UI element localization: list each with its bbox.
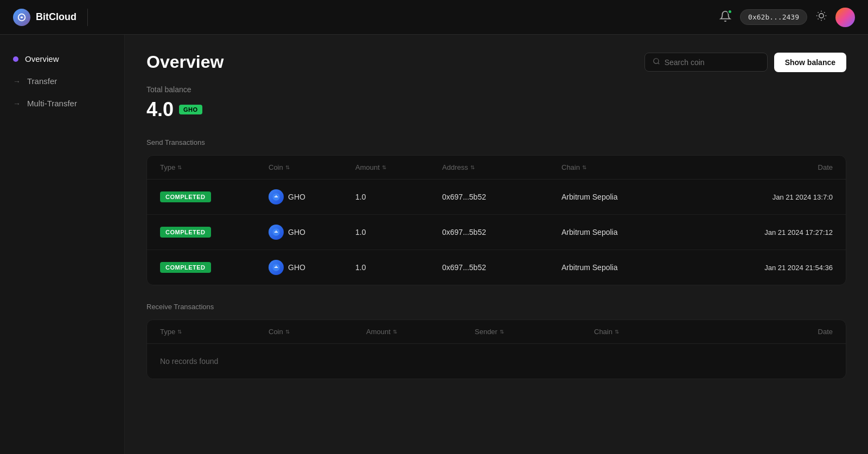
receive-transactions-title: Receive Transactions <box>146 303 846 311</box>
sort-icon: ⇅ <box>500 329 504 335</box>
balance-amount: 4.0 <box>146 98 174 121</box>
row-coin: GHO <box>269 189 355 204</box>
receive-transactions-table: Type ⇅ Coin ⇅ Amount ⇅ Sender ⇅ <box>146 319 846 379</box>
row-address: 0x697...5b52 <box>442 193 561 201</box>
sidebar: Overview → Transfer → Multi-Transfer <box>0 35 125 454</box>
svg-line-9 <box>824 12 825 13</box>
sort-icon: ⇅ <box>615 329 619 335</box>
send-col-date: Date <box>692 163 833 171</box>
main-layout: Overview → Transfer → Multi-Transfer Ove… <box>0 35 868 454</box>
page-title: Overview <box>146 52 224 72</box>
svg-line-4 <box>818 12 819 13</box>
row-coin: GHO <box>269 225 355 240</box>
balance-section: Total balance 4.0 GHO <box>146 85 846 121</box>
sidebar-item-multi-transfer-label: Multi-Transfer <box>27 99 77 108</box>
row-chain: Arbitrum Sepolia <box>561 228 692 236</box>
gho-badge: GHO <box>179 105 202 114</box>
row-address: 0x697...5b52 <box>442 263 561 272</box>
svg-line-11 <box>658 63 659 65</box>
row-amount: 1.0 <box>355 228 442 236</box>
logo: BitCloud <box>13 9 76 26</box>
content-header: Overview Show balance <box>146 52 846 72</box>
show-balance-button[interactable]: Show balance <box>774 53 846 72</box>
send-col-amount[interactable]: Amount ⇅ <box>355 163 442 171</box>
search-coin-box[interactable] <box>644 53 768 72</box>
receive-col-date: Date <box>713 328 833 336</box>
receive-table-header: Type ⇅ Coin ⇅ Amount ⇅ Sender ⇅ <box>147 320 846 344</box>
transfer-arrow-icon: → <box>13 77 21 86</box>
receive-col-amount[interactable]: Amount ⇅ <box>366 328 475 336</box>
wallet-address-button[interactable]: 0x62b...2439 <box>740 9 807 25</box>
row-chain: Arbitrum Sepolia <box>561 193 692 201</box>
send-col-coin[interactable]: Coin ⇅ <box>269 163 355 171</box>
row-date: Jan 21 2024 13:7:0 <box>692 193 833 201</box>
sort-icon: ⇅ <box>285 164 290 170</box>
gho-coin-icon <box>269 225 284 240</box>
svg-point-10 <box>653 59 658 63</box>
balance-label: Total balance <box>146 85 846 94</box>
search-icon <box>653 57 660 67</box>
sidebar-item-multi-transfer[interactable]: → Multi-Transfer <box>0 92 124 114</box>
header-controls: Show balance <box>644 53 846 72</box>
send-col-address[interactable]: Address ⇅ <box>442 163 561 171</box>
sort-icon: ⇅ <box>285 329 290 335</box>
gho-coin-icon <box>269 260 284 275</box>
receive-col-type[interactable]: Type ⇅ <box>160 328 269 336</box>
row-chain: Arbitrum Sepolia <box>561 263 692 272</box>
row-status: COMPLETED <box>160 227 269 238</box>
receive-col-sender[interactable]: Sender ⇅ <box>475 328 594 336</box>
logo-icon <box>13 9 30 26</box>
receive-transactions-section: Receive Transactions Type ⇅ Coin ⇅ Amoun… <box>146 303 846 379</box>
svg-line-5 <box>824 18 825 19</box>
sort-icon: ⇅ <box>177 329 182 335</box>
row-date: Jan 21 2024 17:27:12 <box>692 228 833 236</box>
sort-icon: ⇅ <box>393 329 397 335</box>
row-amount: 1.0 <box>355 193 442 201</box>
svg-point-1 <box>819 14 824 18</box>
sort-icon: ⇅ <box>382 164 386 170</box>
svg-line-8 <box>818 18 819 19</box>
row-address: 0x697...5b52 <box>442 228 561 236</box>
table-row: COMPLETED GHO 1.0 0x697...5b52 Arbi <box>147 250 846 285</box>
balance-value-row: 4.0 GHO <box>146 98 846 121</box>
send-col-chain[interactable]: Chain ⇅ <box>561 163 692 171</box>
header-divider <box>87 9 88 26</box>
row-coin: GHO <box>269 260 355 275</box>
no-records-message: No records found <box>147 344 846 379</box>
table-row: COMPLETED GHO 1.0 0x697...5b52 Arbi <box>147 215 846 250</box>
sort-icon: ⇅ <box>470 164 475 170</box>
send-transactions-table: Type ⇅ Coin ⇅ Amount ⇅ Address ⇅ <box>146 155 846 285</box>
receive-col-chain[interactable]: Chain ⇅ <box>594 328 713 336</box>
sidebar-item-overview[interactable]: Overview <box>0 48 124 70</box>
send-transactions-title: Send Transactions <box>146 138 846 146</box>
send-table-header: Type ⇅ Coin ⇅ Amount ⇅ Address ⇅ <box>147 156 846 180</box>
sidebar-item-transfer[interactable]: → Transfer <box>0 70 124 92</box>
sort-icon: ⇅ <box>582 164 586 170</box>
main-content: Overview Show balance Total balance <box>125 35 868 454</box>
app-header: BitCloud 0x62b...2439 <box>0 0 868 35</box>
sort-icon: ⇅ <box>177 164 182 170</box>
sidebar-item-transfer-label: Transfer <box>27 76 57 86</box>
notification-dot <box>727 9 732 14</box>
search-coin-input[interactable] <box>665 58 760 67</box>
header-actions: 0x62b...2439 <box>719 8 855 27</box>
send-col-type[interactable]: Type ⇅ <box>160 163 269 171</box>
sidebar-item-overview-label: Overview <box>25 54 59 63</box>
receive-col-coin[interactable]: Coin ⇅ <box>269 328 366 336</box>
row-status: COMPLETED <box>160 262 269 273</box>
multi-transfer-arrow-icon: → <box>13 99 21 108</box>
gho-coin-icon <box>269 189 284 204</box>
theme-toggle-button[interactable] <box>816 10 827 24</box>
logo-text: BitCloud <box>36 11 76 23</box>
table-row: COMPLETED GHO 1.0 0x697...5b52 Arbi <box>147 180 846 215</box>
notification-button[interactable] <box>719 10 731 24</box>
row-date: Jan 21 2024 21:54:36 <box>692 264 833 272</box>
row-amount: 1.0 <box>355 263 442 272</box>
row-status: COMPLETED <box>160 191 269 202</box>
avatar[interactable] <box>835 8 855 27</box>
send-transactions-section: Send Transactions Type ⇅ Coin ⇅ Amount ⇅ <box>146 138 846 285</box>
overview-dot-icon <box>13 56 18 62</box>
